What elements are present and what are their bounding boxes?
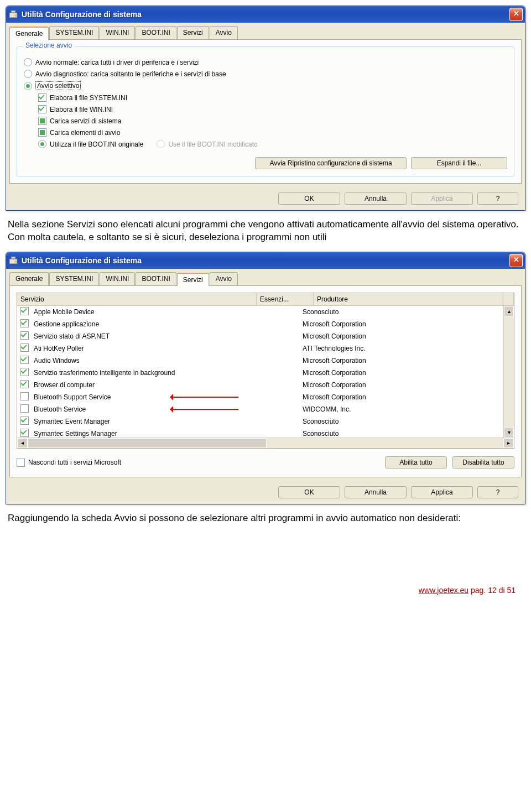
service-checkbox[interactable] bbox=[20, 368, 29, 376]
service-checkbox[interactable] bbox=[20, 380, 29, 388]
check-winini[interactable] bbox=[38, 105, 46, 113]
tab-avvio-2[interactable]: Avvio bbox=[210, 272, 238, 285]
vertical-scrollbar[interactable]: ▴ ▾ bbox=[503, 306, 514, 438]
services-header: Servizio Essenzi... Produttore bbox=[17, 293, 514, 306]
service-row[interactable]: Browser di computerMicrosoft Corporation bbox=[17, 379, 503, 391]
check-winini-label: Elabora il file WIN.INI bbox=[50, 106, 113, 113]
service-checkbox[interactable] bbox=[20, 417, 29, 425]
service-manufacturer: Microsoft Corporation bbox=[303, 369, 503, 377]
service-checkbox[interactable] bbox=[20, 343, 29, 352]
titlebar-2[interactable]: Utilità Configurazione di sistema ✕ bbox=[6, 252, 525, 269]
msconfig-servizi-window: Utilità Configurazione di sistema ✕ Gene… bbox=[6, 252, 525, 504]
col-essenziale[interactable]: Essenzi... bbox=[257, 293, 314, 305]
service-manufacturer: Microsoft Corporation bbox=[303, 381, 503, 389]
annotation-arrow-icon bbox=[172, 397, 238, 398]
radio-avvio-selettivo-label: Avvio selettivo bbox=[35, 81, 81, 90]
radio-bootini-orig-label: Utilizza il file BOOT.INI originale bbox=[50, 140, 143, 148]
col-produttore[interactable]: Produttore bbox=[314, 293, 503, 305]
service-row[interactable]: Audio WindowsMicrosoft Corporation bbox=[17, 355, 503, 367]
cancel-button[interactable]: Annulla bbox=[345, 192, 407, 205]
app-icon bbox=[8, 256, 18, 266]
services-actions: Nascondi tutti i servizi Microsoft Abili… bbox=[17, 455, 514, 470]
footer-link[interactable]: www.joetex.eu bbox=[419, 586, 468, 595]
check-systemini[interactable] bbox=[38, 93, 46, 102]
help-button[interactable]: ? bbox=[477, 192, 518, 205]
service-manufacturer: ATI Technologies Inc. bbox=[303, 345, 503, 352]
window-title: Utilità Configurazione di sistema bbox=[22, 10, 509, 19]
services-list: Servizio Essenzi... Produttore Apple Mob… bbox=[17, 293, 514, 449]
services-rows: Apple Mobile DeviceSconosciutoGestione a… bbox=[17, 306, 503, 438]
group-title: Selezione avvio bbox=[23, 41, 75, 49]
tab-bootini[interactable]: BOOT.INI bbox=[136, 26, 176, 39]
service-row[interactable]: Servizio stato di ASP.NETMicrosoft Corpo… bbox=[17, 330, 503, 342]
scroll-down-icon[interactable]: ▾ bbox=[504, 427, 514, 438]
ok-button[interactable]: OK bbox=[278, 192, 340, 205]
service-checkbox[interactable] bbox=[20, 392, 29, 400]
radio-avvio-selettivo[interactable] bbox=[24, 82, 32, 90]
paragraph-servizi: Nella sezione Servizi sono elencati alcu… bbox=[8, 218, 523, 244]
dialog-buttons: OK Annulla Applica ? bbox=[6, 187, 525, 210]
svg-point-2 bbox=[14, 14, 17, 17]
tab-generale[interactable]: Generale bbox=[9, 27, 49, 40]
tab-avvio[interactable]: Avvio bbox=[210, 26, 238, 39]
service-row[interactable]: Bluetooth Support ServiceMicrosoft Corpo… bbox=[17, 391, 503, 403]
help-button-2[interactable]: ? bbox=[477, 486, 518, 498]
close-button-2[interactable]: ✕ bbox=[509, 254, 523, 267]
service-row[interactable]: Apple Mobile DeviceSconosciuto bbox=[17, 306, 503, 318]
tab-winini-2[interactable]: WIN.INI bbox=[100, 272, 135, 285]
service-row[interactable]: Ati HotKey PollerATI Technologies Inc. bbox=[17, 342, 503, 355]
ok-button-2[interactable]: OK bbox=[278, 486, 340, 498]
service-name: Gestione applicazione bbox=[34, 320, 253, 328]
apply-button-2[interactable]: Applica bbox=[411, 486, 473, 498]
check-hide-microsoft[interactable] bbox=[17, 459, 25, 467]
service-manufacturer: Microsoft Corporation bbox=[303, 320, 503, 328]
scroll-left-icon[interactable]: ◂ bbox=[17, 438, 28, 448]
radio-avvio-normale[interactable] bbox=[24, 58, 32, 66]
service-checkbox[interactable] bbox=[20, 307, 29, 315]
service-manufacturer: WIDCOMM, Inc. bbox=[303, 405, 503, 413]
service-checkbox[interactable] bbox=[20, 429, 29, 437]
service-row[interactable]: Gestione applicazioneMicrosoft Corporati… bbox=[17, 318, 503, 330]
apply-button: Applica bbox=[411, 192, 473, 205]
service-checkbox[interactable] bbox=[20, 356, 29, 364]
service-checkbox[interactable] bbox=[20, 404, 29, 413]
service-row[interactable]: Symantec Settings ManagerSconosciuto bbox=[17, 428, 503, 438]
tab-servizi[interactable]: Servizi bbox=[177, 26, 209, 39]
service-name: Servizio trasferimento intelligente in b… bbox=[34, 369, 253, 377]
selezione-avvio-group: Selezione avvio Avvio normale: carica tu… bbox=[17, 46, 514, 176]
close-button[interactable]: ✕ bbox=[509, 8, 523, 21]
tab-systemini[interactable]: SYSTEM.INI bbox=[49, 26, 99, 39]
service-manufacturer: Microsoft Corporation bbox=[303, 332, 503, 340]
tab-servizi-2[interactable]: Servizi bbox=[177, 273, 209, 286]
tab-bootini-2[interactable]: BOOT.INI bbox=[136, 272, 176, 285]
horizontal-scrollbar[interactable]: ◂ ▸ bbox=[17, 438, 514, 448]
footer-pageinfo: pag. 12 di 51 bbox=[468, 586, 516, 595]
titlebar[interactable]: Utilità Configurazione di sistema ✕ bbox=[6, 6, 525, 23]
tabstrip-2: Generale SYSTEM.INI WIN.INI BOOT.INI Ser… bbox=[6, 269, 525, 285]
expand-file-button[interactable]: Espandi il file... bbox=[411, 157, 507, 169]
tab-generale-2[interactable]: Generale bbox=[9, 272, 49, 285]
restore-button[interactable]: Avvia Ripristino configurazione di siste… bbox=[255, 157, 407, 169]
enable-all-button[interactable]: Abilita tutto bbox=[385, 456, 447, 469]
service-checkbox[interactable] bbox=[20, 319, 29, 327]
tab-winini[interactable]: WIN.INI bbox=[100, 26, 135, 39]
col-servizio[interactable]: Servizio bbox=[17, 293, 257, 305]
service-row[interactable]: Symantec Event ManagerSconosciuto bbox=[17, 415, 503, 428]
tab-systemini-2[interactable]: SYSTEM.INI bbox=[49, 272, 99, 285]
scroll-up-icon[interactable]: ▴ bbox=[504, 306, 514, 316]
service-row[interactable]: Servizio trasferimento intelligente in b… bbox=[17, 367, 503, 379]
service-name: Browser di computer bbox=[34, 381, 253, 389]
radio-bootini-orig[interactable] bbox=[38, 140, 46, 148]
scroll-right-icon[interactable]: ▸ bbox=[503, 438, 514, 448]
disable-all-button[interactable]: Disabilita tutto bbox=[452, 456, 514, 469]
service-row[interactable]: Bluetooth ServiceWIDCOMM, Inc. bbox=[17, 403, 503, 415]
check-sysservices[interactable] bbox=[38, 117, 46, 125]
radio-avvio-diagnostico[interactable] bbox=[24, 70, 32, 78]
page-footer: www.joetex.eu pag. 12 di 51 bbox=[6, 586, 525, 595]
cancel-button-2[interactable]: Annulla bbox=[345, 486, 407, 498]
app-icon bbox=[8, 9, 18, 19]
service-name: Apple Mobile Device bbox=[34, 308, 253, 316]
service-checkbox[interactable] bbox=[20, 331, 29, 340]
tabpane-generale: Selezione avvio Avvio normale: carica tu… bbox=[9, 39, 522, 184]
check-startup[interactable] bbox=[38, 128, 46, 137]
